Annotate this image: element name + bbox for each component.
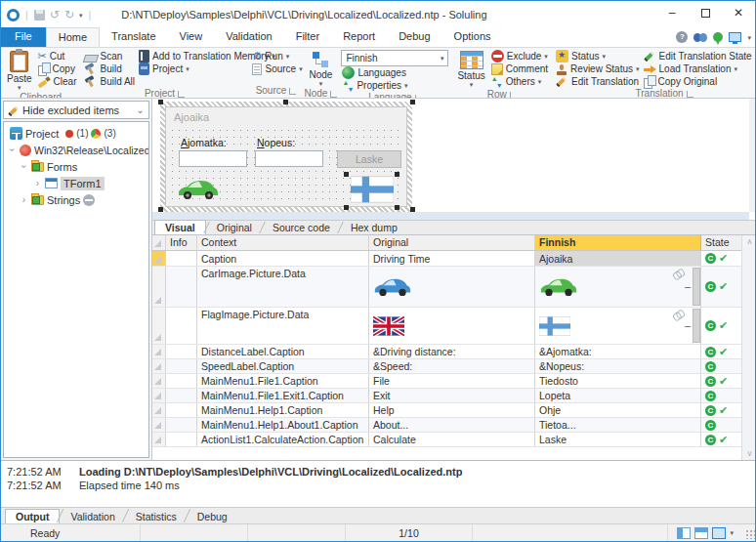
expander-icon[interactable]: › <box>33 178 42 188</box>
cell-finnish[interactable]: Ajoaika <box>535 251 701 266</box>
cell-context[interactable]: ActionList1.CalculateAction.Caption <box>197 433 369 446</box>
build-all-button[interactable]: Build All <box>83 75 136 88</box>
column-header-context[interactable]: Context <box>197 235 369 250</box>
tab-file[interactable]: File <box>1 27 46 47</box>
close-button[interactable]: ✕ <box>722 1 755 24</box>
cell-finnish[interactable]: Ohje <box>535 403 701 417</box>
scan-button[interactable]: Scan <box>83 50 136 63</box>
speed-edit[interactable] <box>255 150 323 167</box>
cell-original[interactable]: About... <box>369 418 535 432</box>
run-button[interactable]: ⚙Run▾ <box>251 50 303 63</box>
tab-options[interactable]: Options <box>442 27 503 47</box>
tab-hex-dump[interactable]: Hex dump <box>341 221 407 234</box>
flag-image-preview[interactable] <box>351 176 394 203</box>
redo-icon[interactable]: ↻ <box>64 9 74 21</box>
resize-grip[interactable] <box>745 529 755 539</box>
tab-validation[interactable]: Validation <box>214 27 284 47</box>
cell-original[interactable]: Help <box>369 403 535 417</box>
scroll-up-icon[interactable]: ∧ <box>747 237 753 246</box>
cell-context[interactable]: Caption <box>197 251 369 266</box>
grid-row-flag-image[interactable]: FlagImage.Picture.Data <box>152 308 756 345</box>
tab-debug[interactable]: Debug <box>188 510 237 523</box>
cell-context[interactable]: MainMenu1.File1.Exit1.Caption <box>197 389 369 402</box>
copy-original-button[interactable]: Copy Original <box>643 75 753 88</box>
selection-handle[interactable] <box>395 172 399 177</box>
expander-icon[interactable]: › <box>20 194 28 205</box>
row-others-button[interactable]: Others▾ <box>490 75 549 88</box>
edit-translation-state-button[interactable]: Edit Translation State <box>643 50 753 63</box>
cell-context[interactable]: FlagImage.Picture.Data <box>197 308 369 344</box>
selection-handle[interactable] <box>410 100 415 104</box>
filter-combo[interactable]: Hide excluded items ⌄ <box>3 101 149 119</box>
cell-original-image[interactable] <box>369 308 535 344</box>
maximize-button[interactable] <box>689 1 722 24</box>
build-button[interactable]: Build <box>83 63 136 75</box>
grid-row[interactable]: MainMenu1.Help1.About1.Caption About... … <box>152 418 756 433</box>
grid-row[interactable]: SpeedLabel.Caption &Speed: &Nopeus: C <box>152 359 756 374</box>
row-indicator[interactable] <box>152 374 166 388</box>
row-indicator[interactable] <box>152 308 166 344</box>
row-indicator[interactable] <box>152 389 166 402</box>
node-button[interactable]: Node ▾ <box>306 50 335 88</box>
languages-button[interactable]: Languages <box>341 66 448 79</box>
calculate-button-preview[interactable]: Laske <box>337 150 401 168</box>
selection-handle[interactable] <box>344 205 349 210</box>
cell-original[interactable]: File <box>369 374 535 388</box>
form-selection-border[interactable]: Ajoaika Ajomatka: Nopeus: Laske <box>160 102 412 212</box>
tree-item-strings[interactable]: › Strings <box>4 191 148 208</box>
tree-item-forms[interactable]: › Forms <box>4 158 148 175</box>
row-indicator[interactable] <box>152 251 166 266</box>
find-icon[interactable] <box>693 33 707 42</box>
copy-button[interactable]: Copy <box>37 63 78 75</box>
properties-button[interactable]: Properties▾ <box>341 79 448 92</box>
row-comment-button[interactable]: Comment <box>490 63 549 75</box>
selection-handle[interactable] <box>344 172 349 177</box>
scroll-down-icon[interactable]: ∨ <box>747 449 753 458</box>
row-indicator[interactable] <box>152 433 166 446</box>
distance-edit[interactable] <box>179 150 247 167</box>
toolbar-options-caret[interactable]: ▾ <box>747 34 751 41</box>
selection-handle[interactable] <box>283 100 288 104</box>
layout-form-view-icon[interactable] <box>694 527 708 539</box>
qat-customize-caret[interactable]: ▾ <box>79 12 83 19</box>
cell-original-image[interactable] <box>369 267 535 307</box>
tab-validation[interactable]: Validation <box>61 510 124 523</box>
cell-original[interactable]: Calculate <box>369 433 535 446</box>
grid-row[interactable]: MainMenu1.Help1.Caption Help Ohje C✔ <box>152 403 756 418</box>
cell-finnish-image[interactable]: – <box>535 267 701 307</box>
cell-finnish[interactable]: Tiedosto <box>535 374 701 388</box>
cell-finnish[interactable]: &Nopeus: <box>535 359 701 373</box>
dialog-launcher-icon[interactable] <box>510 92 517 99</box>
exclude-button[interactable]: Exclude▾ <box>490 50 549 63</box>
designer-horizontal-scrollbar[interactable] <box>152 212 749 220</box>
designer-vertical-scrollbar[interactable] <box>749 99 756 212</box>
layout-combined-view-icon[interactable] <box>712 527 726 539</box>
monitor-icon[interactable] <box>729 32 741 42</box>
undo-icon[interactable]: ↺ <box>50 9 60 21</box>
tree-item-project[interactable]: Project (1) (3) <box>4 125 148 142</box>
grid-row[interactable]: MainMenu1.File1.Caption File Tiedosto C✔ <box>152 374 756 389</box>
tab-report[interactable]: Report <box>331 27 387 47</box>
tree-item-exe[interactable]: › Win32\Release\Localized.exe <box>4 142 148 158</box>
minimize-button[interactable]: – <box>655 1 689 24</box>
layout-options-caret[interactable]: ▾ <box>730 529 734 536</box>
balloon-icon[interactable] <box>713 32 723 42</box>
row-indicator[interactable] <box>152 403 166 417</box>
cell-context[interactable]: MainMenu1.Help1.Caption <box>197 403 369 417</box>
source-button[interactable]: Source▾ <box>251 63 303 75</box>
collapse-row-button[interactable]: – <box>685 319 691 331</box>
grid-row[interactable]: MainMenu1.File1.Exit1.Caption Exit Lopet… <box>152 389 756 403</box>
cell-finnish[interactable]: &Ajomatka: <box>535 345 701 358</box>
dialog-launcher-icon[interactable] <box>178 91 185 98</box>
cell-finnish[interactable]: Lopeta <box>535 389 701 402</box>
cell-context[interactable]: CarImage.Picture.Data <box>197 267 369 307</box>
cell-original[interactable]: Exit <box>369 389 535 402</box>
car-image-preview[interactable] <box>177 178 220 201</box>
cut-button[interactable]: ✂Cut <box>37 50 78 63</box>
row-status-button[interactable]: Status ▾ <box>454 50 487 89</box>
help-icon[interactable] <box>676 31 688 43</box>
dialog-launcher-icon[interactable] <box>289 88 296 95</box>
column-header-state[interactable]: State <box>701 235 744 250</box>
column-header-original[interactable]: Original <box>369 235 535 250</box>
paste-button[interactable]: Paste ▾ <box>4 50 35 92</box>
